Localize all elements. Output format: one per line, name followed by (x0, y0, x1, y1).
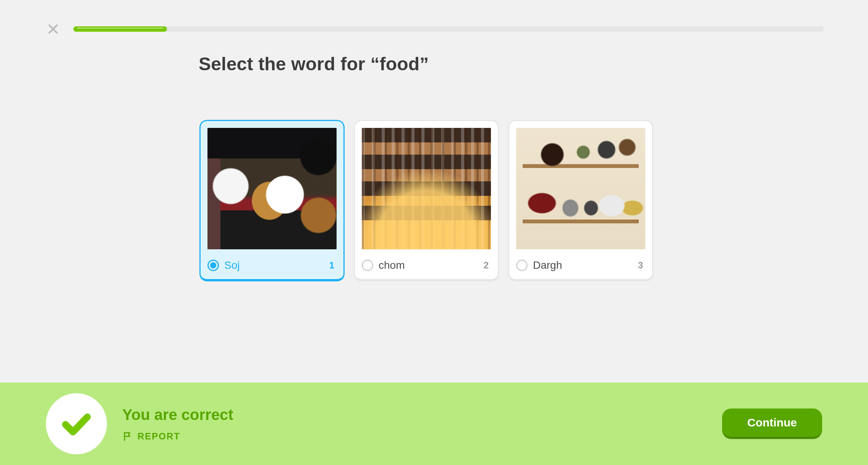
choice-number: 2 (484, 260, 491, 271)
checkmark-icon (60, 407, 93, 440)
exercise-prompt: Select the word for “food” (199, 53, 429, 74)
choice-card-2[interactable]: chom 2 (354, 120, 499, 281)
choice-image-2 (362, 128, 491, 249)
lesson-topbar (46, 21, 822, 37)
choice-image-3 (516, 128, 645, 249)
choice-number: 1 (329, 260, 337, 271)
choice-footer: Dargh 3 (516, 255, 645, 276)
choice-card-1[interactable]: Soj 1 (199, 120, 345, 281)
continue-button[interactable]: Continue (722, 408, 822, 439)
progress-fill (73, 26, 167, 32)
flag-icon (122, 431, 133, 442)
close-button[interactable] (46, 22, 60, 36)
progress-bar (73, 26, 822, 32)
result-text-group: You are correct REPORT (122, 406, 722, 442)
report-label: REPORT (138, 431, 180, 442)
choice-label: Soj (224, 259, 324, 271)
report-button[interactable]: REPORT (122, 431, 722, 442)
choice-image-1 (207, 128, 337, 249)
result-title: You are correct (122, 406, 722, 423)
choice-card-grid: Soj 1 chom 2 Dargh 3 (199, 120, 653, 281)
choice-number: 3 (638, 260, 645, 271)
choice-label: chom (379, 259, 478, 271)
result-banner: You are correct REPORT Continue (0, 383, 868, 465)
radio-icon (516, 260, 528, 271)
choice-label: Dargh (533, 259, 633, 271)
close-icon (47, 23, 60, 36)
correct-badge (46, 393, 107, 454)
progress-end-cap (818, 26, 824, 32)
choice-footer: chom 2 (362, 255, 491, 276)
choice-footer: Soj 1 (207, 255, 337, 276)
radio-icon (362, 260, 373, 271)
choice-card-3[interactable]: Dargh 3 (508, 120, 653, 281)
radio-icon (207, 260, 219, 271)
